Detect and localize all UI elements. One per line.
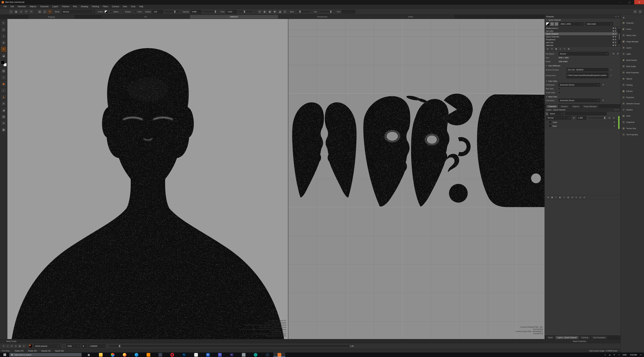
add-node-icon[interactable]: + — [6, 345, 10, 348]
opacity-slider[interactable] — [204, 11, 216, 12]
vlc-icon[interactable] — [142, 353, 154, 357]
palette-strip-item[interactable]: ▩ Patches — [621, 88, 644, 94]
pin-palette-icon[interactable]: ▫ — [614, 109, 614, 111]
pan-view-icon[interactable]: ↖ — [2, 345, 5, 348]
import-path-field[interactable]: F:/Kris Costa Course/Rembrandt/maps/hair… — [566, 72, 608, 78]
palette-strip-item[interactable]: ◆ Modo Render — [621, 57, 644, 63]
view-tab[interactable]: Perspective — [278, 15, 366, 19]
action-center-icon[interactable]: ▭ — [638, 354, 643, 356]
slerp-tool-icon[interactable]: ≋ — [1, 121, 6, 126]
transform-tool-icon[interactable]: + — [1, 34, 6, 39]
layer-cache-icon[interactable]: ◎ — [614, 125, 615, 127]
layer-list-empty-area[interactable] — [545, 129, 620, 195]
edge-icon[interactable] — [130, 353, 142, 357]
palette-strip-item[interactable]: ⊡ Snapshots — [621, 119, 644, 125]
menu-item[interactable]: Selection — [16, 4, 28, 8]
dock-tab[interactable]: Channels — [546, 105, 558, 108]
palette-strip-item[interactable]: ◎ Projectors — [621, 94, 644, 100]
palette-strip-item[interactable]: ✎ Painting — [621, 82, 644, 88]
minimize-button[interactable]: – — [615, 0, 624, 4]
opera-icon[interactable] — [166, 353, 178, 357]
opacity-input[interactable]: 0.996 — [190, 10, 201, 13]
zoom-tool-icon[interactable]: ⊕ — [1, 40, 6, 45]
palette-strip-item[interactable]: ⊚ Selection Groups — [621, 100, 644, 107]
depth-mask-icon[interactable]: ◩ — [273, 9, 277, 14]
language-indicator[interactable]: ENG — [621, 354, 628, 356]
channel-list-scrollbar[interactable] — [618, 29, 620, 44]
ortho-viewport[interactable]: Current Tool : Paint (P)Current Object :… — [8, 19, 288, 339]
color-data-header[interactable]: ▼ Color Data — [546, 79, 620, 83]
pin-palette-icon[interactable]: ▫ — [614, 15, 614, 17]
colorspace-dropdown[interactable]: Automatic (linear)▾ — [558, 83, 600, 87]
add-group-icon[interactable]: ▣ — [550, 196, 554, 199]
menu-icon[interactable]: ≡ — [22, 345, 26, 348]
eraser-tool-icon[interactable]: ◪ — [1, 53, 6, 58]
palette-grid-icon[interactable]: ⊞ — [633, 9, 637, 14]
import-template-field[interactable]: Hair color - $UDIM.tif — [566, 68, 608, 71]
layer-blend-dropdown[interactable]: Normal▾ — [546, 116, 571, 120]
hidden-icons-chevron[interactable]: ∧ — [603, 354, 608, 356]
network-icon[interactable]: ≋ — [612, 354, 616, 356]
close-palette-icon[interactable]: ✕ — [618, 15, 619, 17]
add-adjustment-icon[interactable]: ◐ — [554, 196, 558, 199]
dock-tab[interactable]: Tool Properties — [591, 336, 608, 339]
new-project-icon[interactable]: ▢ — [9, 9, 13, 14]
layer-amount-slider[interactable] — [589, 117, 606, 118]
lock-layer-icon[interactable]: ⊙ — [574, 196, 578, 199]
save-project-icon[interactable]: ⇓ — [19, 9, 23, 14]
lock-icon[interactable]: ⊘ — [572, 116, 576, 119]
clock[interactable]: 9:59 AM — [628, 354, 638, 356]
foreground-background-swatches[interactable] — [1, 60, 6, 66]
menu-item[interactable]: Help — [137, 4, 145, 8]
transfer-layer-icon[interactable]: ⇄ — [570, 196, 574, 199]
channel-row[interactable]: displacement 1 — [545, 27, 618, 29]
firefox-icon[interactable] — [118, 353, 130, 357]
mask-checker-swatch[interactable] — [555, 22, 558, 26]
layer-option-button[interactable]: ⊡ — [612, 116, 616, 119]
layer-expander-icon[interactable]: – — [546, 121, 548, 123]
radius-input[interactable]: 133 — [152, 10, 163, 13]
reset-colorspace-button[interactable]: ↺ — [602, 99, 605, 102]
undo-icon[interactable]: ↶ — [24, 9, 28, 14]
far-slider[interactable] — [320, 11, 333, 12]
file-explorer-icon[interactable] — [95, 353, 107, 357]
palette-collapse-icon[interactable]: ⊟ — [638, 9, 642, 14]
cache-layer-icon[interactable]: ◎ — [578, 196, 582, 199]
view-tab[interactable]: Ortho/UV — [190, 15, 278, 19]
palette-strip-item[interactable]: ◈ Objects — [621, 76, 644, 82]
filter-mode-dropdown[interactable]: Name▾ — [548, 112, 564, 115]
focus-icon[interactable]: ⊙ — [14, 345, 18, 348]
menu-item[interactable]: Painting — [90, 4, 101, 8]
menu-item[interactable]: Patches — [60, 4, 71, 8]
expander-triangle-icon[interactable]: ▼ — [546, 19, 548, 21]
alpha-checkbox[interactable] — [110, 10, 112, 13]
float-palette-icon[interactable]: ⊡ — [615, 15, 616, 17]
discord-icon[interactable] — [154, 353, 166, 357]
smear-tool-icon[interactable]: ∿ — [1, 75, 6, 80]
near-slider[interactable] — [297, 11, 310, 12]
onedrive-icon[interactable]: ☁ — [608, 354, 612, 356]
picker-stop-input[interactable]: 8 — [81, 344, 87, 348]
mask-preview-icon[interactable]: ▦ — [268, 9, 272, 14]
menu-item[interactable]: Filters — [101, 4, 110, 8]
duplicate-layer-icon[interactable]: ▥ — [566, 196, 570, 199]
palette-strip-item[interactable]: ↺ History View — [621, 32, 644, 38]
channels-palette-header[interactable]: Channels ▫⊡✕ — [545, 15, 620, 18]
task-view-icon[interactable]: ▣ — [83, 353, 95, 357]
backface-mask-icon[interactable]: ⊘ — [283, 9, 287, 14]
after-effects-icon[interactable]: Ae — [226, 353, 238, 357]
chrome-icon[interactable] — [107, 353, 118, 357]
menu-item[interactable]: Camera — [110, 4, 121, 8]
mari-icon[interactable] — [273, 353, 285, 357]
layer-thumbnail[interactable] — [549, 125, 552, 127]
add-channel-icon[interactable]: ⊕ — [546, 47, 550, 50]
close-palette-icon[interactable]: ✕ — [618, 109, 619, 111]
tab-projects[interactable]: Projects — [28, 15, 75, 19]
blur-tool-icon[interactable]: ◐ — [1, 88, 6, 93]
maximize-button[interactable]: ▢ — [624, 0, 634, 4]
blend-mode-dropdown[interactable]: Normal▾ — [62, 10, 95, 13]
layer-expander-icon[interactable]: – — [546, 125, 548, 127]
palette-strip-item[interactable]: ▦ Image Manager — [621, 38, 644, 44]
teams-icon[interactable]: T — [214, 353, 226, 357]
eyedropper-tool-icon[interactable]: ◢ — [1, 108, 6, 113]
